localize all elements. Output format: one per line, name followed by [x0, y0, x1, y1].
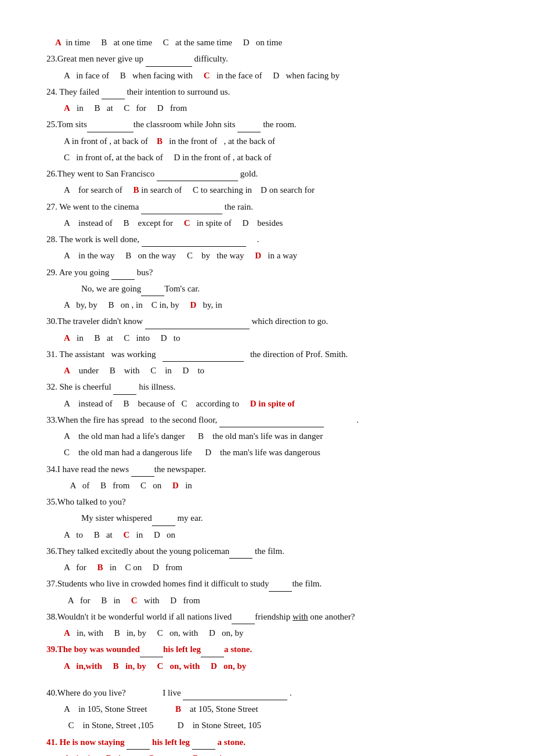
- q35: 35.Who talked to you?: [46, 494, 488, 509]
- q23: 23.Great men never give up difficulty.: [46, 51, 488, 66]
- q39-options: A in,with B in, by C on, with D on, by: [64, 658, 488, 674]
- q37-options: A for B in C with D from: [64, 593, 488, 608]
- q41: 41. He is now staying his left leg a sto…: [46, 735, 488, 750]
- question-top-options: A in time B at one time C at the same ti…: [46, 35, 488, 50]
- q24: 24. They failed their intention to surro…: [46, 84, 488, 99]
- q30: 30.The traveler didn't know which direct…: [46, 314, 488, 329]
- q38-options: A in, with B in, by C on, with D on, by: [64, 625, 488, 640]
- q25: 25.Tom sitsthe classroom while John sits…: [46, 117, 488, 132]
- q35-follow: My sister whispered my ear.: [81, 510, 488, 525]
- q30-options: A in B at C into D to: [64, 330, 488, 345]
- exercise-container: A in time B at one time C at the same ti…: [46, 35, 488, 756]
- q40-options-1: A in 105, Stone Street B at 105, Stone S…: [64, 701, 488, 717]
- q23-options: A in face of B when facing with C in the…: [64, 68, 488, 83]
- q32: 32. She is cheerful his illness.: [46, 379, 488, 394]
- q33-options-1: A the old man had a life's danger B the …: [64, 429, 488, 444]
- q26: 26.They went to San Francisco gold.: [46, 166, 488, 181]
- q40-options-2: C in Stone, Street ,105 D in Stone Stree…: [64, 718, 488, 733]
- q32-options: A instead of B because of C according to…: [64, 396, 488, 411]
- q31-options: A under B with C in D to: [64, 363, 488, 378]
- q28: 28. The work is well done, .: [46, 232, 488, 247]
- q38: 38.Wouldn't it be wonderful world if all…: [46, 609, 488, 624]
- q27: 27. We went to the cinema the rain.: [46, 199, 488, 214]
- option-a: A: [55, 38, 62, 47]
- q39: 39.The boy was woundedhis left lega ston…: [46, 642, 488, 657]
- q29-options: A by, by B on , in C in, by D by, in: [64, 297, 488, 312]
- q29: 29. Are you going bus?: [46, 265, 488, 280]
- q31: 31. The assistant was working the direct…: [46, 347, 488, 362]
- q37: 37.Students who live in crowded homes fi…: [46, 576, 488, 591]
- q35-options: A to B at C in D on: [64, 527, 488, 542]
- q33-options-2: C the old man had a dangerous life D the…: [64, 445, 488, 460]
- q25-options-1: A in front of , at back of B in the fron…: [64, 134, 488, 149]
- q36: 36.They talked excitedly about the young…: [46, 543, 488, 559]
- q24-options: A in B at C for D from: [64, 100, 488, 116]
- q34-options: A of B from C on D in: [64, 478, 488, 493]
- q27-options: A instead of B except for C in spite of …: [64, 215, 488, 231]
- q41-options: A in, in B in, at C at , at D at , in: [64, 751, 488, 756]
- q26-options: A for search of B in search of C to sear…: [64, 182, 488, 197]
- q34: 34.I have read the news the newspaper.: [46, 462, 488, 477]
- q28-options: A in the way B on the way C by the way D…: [64, 248, 488, 263]
- q25-options-2: C in front of, at the back of D in the f…: [64, 150, 488, 165]
- q29-follow: No, we are goingTom's car.: [81, 281, 488, 296]
- q40: 40.Where do you live? I live .: [46, 685, 488, 700]
- q33: 33.When the fire has spread to the secon…: [46, 412, 488, 427]
- q36-options: A for B in C on D from: [64, 560, 488, 575]
